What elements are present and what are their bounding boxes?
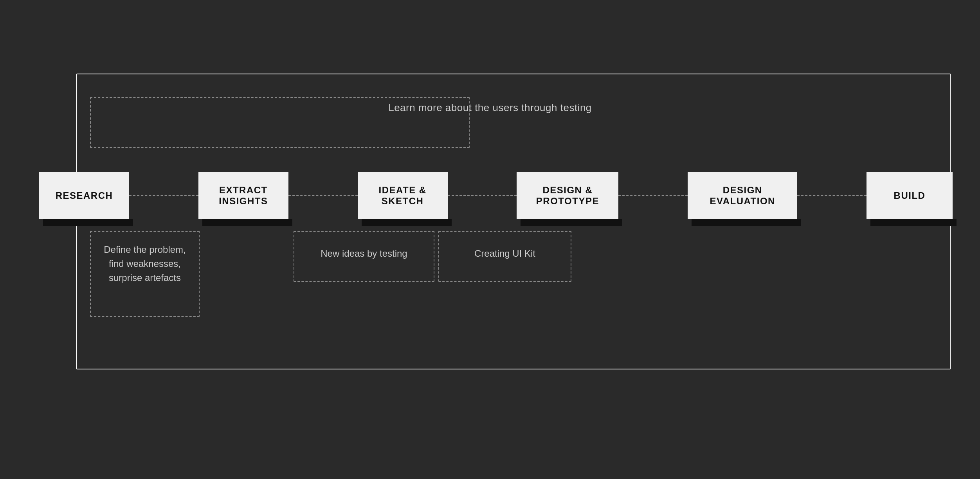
connector-1-2 [129, 195, 198, 196]
step-build[interactable]: BUILD [867, 172, 953, 219]
step-extract-label: EXTRACT INSIGHTS [219, 185, 268, 207]
step-wrapper-extract: EXTRACT INSIGHTS [198, 172, 288, 219]
step-wrapper-research: RESEARCH [39, 172, 129, 219]
annotation-text-3: Creating UI Kit [438, 247, 571, 261]
connector-5-6 [797, 195, 867, 196]
step-design-proto-label: DESIGN & PROTOTYPE [536, 185, 599, 207]
connector-3-4 [448, 195, 517, 196]
step-extract-shadow: EXTRACT INSIGHTS [198, 172, 288, 219]
connector-2-3 [288, 195, 358, 196]
connector-4-5 [618, 195, 688, 196]
step-wrapper-design-eval: DESIGN EVALUATION [688, 172, 797, 219]
step-design-prototype[interactable]: DESIGN & PROTOTYPE [517, 172, 618, 219]
process-row: RESEARCH EXTRACT INSIGHTS IDEATE & SKETC… [39, 172, 953, 219]
annotation-text-2: New ideas by testing [294, 247, 434, 261]
feedback-loop-dashed-box [90, 97, 470, 148]
step-wrapper-build: BUILD [867, 172, 953, 219]
step-design-evaluation[interactable]: DESIGN EVALUATION [688, 172, 797, 219]
step-design-eval-label: DESIGN EVALUATION [710, 185, 775, 207]
step-wrapper-ideate: IDEATE & SKETCH [358, 172, 448, 219]
step-ideate-sketch[interactable]: IDEATE & SKETCH [358, 172, 448, 219]
step-ideate-shadow: IDEATE & SKETCH [358, 172, 448, 219]
step-wrapper-design-proto: DESIGN & PROTOTYPE [517, 172, 618, 219]
step-design-proto-shadow: DESIGN & PROTOTYPE [517, 172, 618, 219]
step-research[interactable]: RESEARCH [39, 172, 129, 219]
annotation-text-1: Define the problem, find weaknesses, sur… [90, 243, 200, 285]
step-design-eval-shadow: DESIGN EVALUATION [688, 172, 797, 219]
step-ideate-label: IDEATE & SKETCH [378, 185, 426, 207]
canvas: Learn more about the users through testi… [0, 0, 980, 479]
step-build-shadow: BUILD [867, 172, 953, 219]
step-research-shadow: RESEARCH [39, 172, 129, 219]
step-extract-insights[interactable]: EXTRACT INSIGHTS [198, 172, 288, 219]
